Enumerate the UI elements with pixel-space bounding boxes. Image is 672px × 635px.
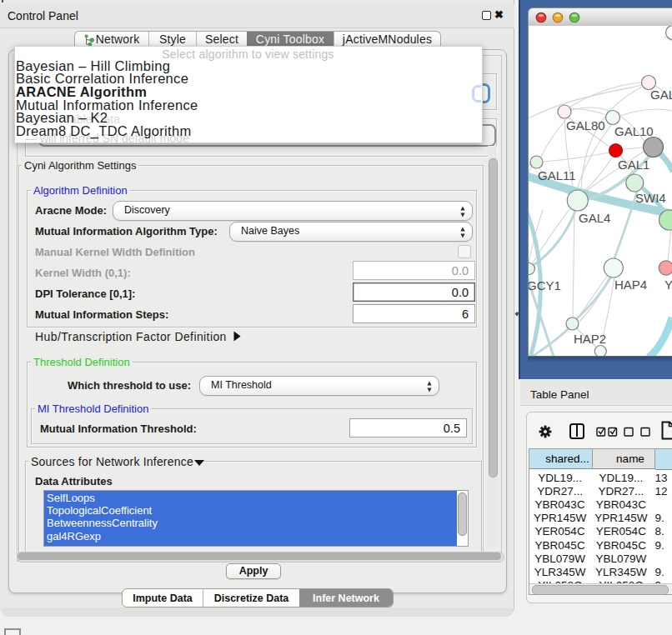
svg-text:GAL1: GAL1 [618, 158, 649, 172]
svg-text:GAL11: GAL11 [538, 168, 576, 182]
svg-text:Y: Y [664, 278, 672, 292]
svg-text:GAL4: GAL4 [579, 211, 610, 225]
svg-text:HAP2: HAP2 [574, 332, 606, 346]
svg-text:SWI4: SWI4 [635, 191, 666, 205]
svg-text:GAL80: GAL80 [566, 118, 605, 132]
svg-text:GAL2: GAL2 [650, 88, 672, 102]
svg-text:GCY1: GCY1 [529, 278, 561, 292]
svg-text:HAP4: HAP4 [614, 278, 647, 292]
svg-text:GAL10: GAL10 [614, 124, 654, 138]
